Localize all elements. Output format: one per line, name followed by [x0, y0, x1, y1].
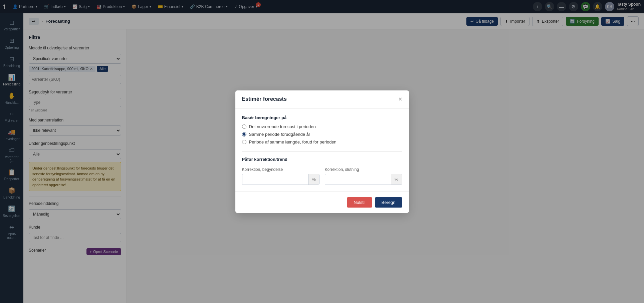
modal-overlay[interactable]: Estimér forecasts × Basér beregninger på…	[0, 0, 644, 303]
percent-suffix-2: %	[391, 174, 402, 185]
base-section-title: Basér beregninger på	[242, 115, 402, 120]
radio-input-1[interactable]	[242, 124, 246, 129]
nulstil-button[interactable]: Nulstil	[347, 197, 372, 208]
modal-header: Estimér forecasts ×	[235, 90, 409, 108]
percent-suffix-1: %	[308, 174, 319, 185]
correction-grid: Korrektion, begyndelse 2,00 % Korrektion…	[242, 167, 402, 185]
korrektion-slutning-field: Korrektion, slutning 3,00 %	[325, 167, 402, 185]
korrektion-begyndelse-label: Korrektion, begyndelse	[242, 167, 319, 172]
korrektion-slutning-input-group: 3,00 %	[325, 174, 402, 185]
korrektion-begyndelse-input-group: 2,00 %	[242, 174, 319, 185]
korrektion-slutning-label: Korrektion, slutning	[325, 167, 402, 172]
radio-option-1[interactable]: Det nuværende forecast i perioden	[242, 124, 402, 129]
correction-title: Påfør korrektion/trend	[242, 157, 402, 162]
modal-body: Basér beregninger på Det nuværende forec…	[235, 108, 409, 192]
korrektion-slutning-input[interactable]: 3,00	[325, 174, 391, 185]
modal-close-button[interactable]: ×	[399, 96, 402, 103]
beregn-button[interactable]: Beregn	[375, 197, 402, 208]
radio-input-3[interactable]	[242, 140, 246, 144]
radio-group: Det nuværende forecast i perioden Samme …	[242, 124, 402, 144]
modal-title: Estimér forecasts	[242, 96, 287, 102]
modal-footer: Nulstil Beregn	[235, 192, 409, 213]
radio-option-2[interactable]: Samme periode forudgående år	[242, 132, 402, 137]
korrektion-begyndelse-input[interactable]: 2,00	[242, 174, 308, 185]
estimer-forecasts-modal: Estimér forecasts × Basér beregninger på…	[235, 90, 409, 213]
correction-section: Påfør korrektion/trend Korrektion, begyn…	[242, 151, 402, 185]
korrektion-begyndelse-field: Korrektion, begyndelse 2,00 %	[242, 167, 319, 185]
radio-input-2[interactable]	[242, 132, 246, 136]
radio-option-3[interactable]: Periode af samme længde, forud for perio…	[242, 139, 402, 144]
